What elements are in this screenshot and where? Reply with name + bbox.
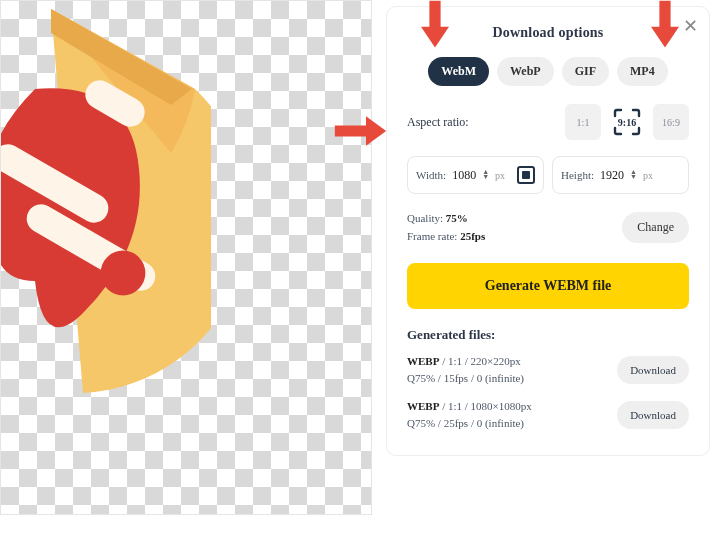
- download-button[interactable]: Download: [617, 356, 689, 384]
- format-tab-webm[interactable]: WebM: [428, 57, 489, 86]
- aspect-ratio-label: Aspect ratio:: [407, 115, 469, 130]
- format-tab-webp[interactable]: WebP: [497, 57, 554, 86]
- generated-file-row: WEBP / 1:1 / 220×220px Q75% / 15fps / 0 …: [407, 353, 689, 386]
- svg-point-3: [101, 251, 146, 296]
- download-button[interactable]: Download: [617, 401, 689, 429]
- annotation-arrow-down: [421, 0, 449, 50]
- aspect-ratio-options: 1:1 9:16 16:9: [565, 104, 689, 140]
- aspect-ratio-16-9[interactable]: 16:9: [653, 104, 689, 140]
- aspect-ratio-1-1[interactable]: 1:1: [565, 104, 601, 140]
- unit-label: px: [495, 170, 505, 181]
- stepper-icon[interactable]: ▲▼: [630, 170, 637, 180]
- aspect-ratio-9-16[interactable]: 9:16: [609, 104, 645, 140]
- format-tabs: WebM WebP GIF MP4: [407, 57, 689, 86]
- generated-file-row: WEBP / 1:1 / 1080×1080px Q75% / 25fps / …: [407, 398, 689, 431]
- stepper-icon[interactable]: ▲▼: [482, 170, 489, 180]
- width-input[interactable]: Width: 1080 ▲▼ px: [407, 156, 544, 194]
- format-tab-gif[interactable]: GIF: [562, 57, 609, 86]
- file-meta: WEBP / 1:1 / 220×220px Q75% / 15fps / 0 …: [407, 353, 524, 386]
- height-value: 1920: [600, 168, 624, 183]
- file-meta: WEBP / 1:1 / 1080×1080px Q75% / 25fps / …: [407, 398, 532, 431]
- aspect-ratio-row: Aspect ratio: 1:1 9:16 16:9: [407, 104, 689, 140]
- unit-label: px: [643, 170, 653, 181]
- height-label: Height:: [561, 169, 594, 181]
- quality-framerate-text: Quality: 75% Frame rate: 25fps: [407, 210, 485, 245]
- download-options-panel: ✕ Download options WebM WebP GIF MP4 Asp…: [386, 6, 710, 456]
- dimensions-row: Width: 1080 ▲▼ px Height: 1920 ▲▼ px: [407, 156, 689, 194]
- annotation-arrow-right: [333, 111, 388, 151]
- link-dimensions-toggle[interactable]: [517, 166, 535, 184]
- width-label: Width:: [416, 169, 446, 181]
- change-button[interactable]: Change: [622, 212, 689, 243]
- pizza-illustration: [0, 0, 211, 411]
- preview-canvas: [0, 0, 372, 515]
- format-tab-mp4[interactable]: MP4: [617, 57, 668, 86]
- close-icon[interactable]: ✕: [681, 17, 699, 35]
- generated-files-header: Generated files:: [407, 327, 689, 343]
- quality-framerate-row: Quality: 75% Frame rate: 25fps Change: [407, 210, 689, 245]
- height-input[interactable]: Height: 1920 ▲▼ px: [552, 156, 689, 194]
- width-value: 1080: [452, 168, 476, 183]
- generate-button[interactable]: Generate WEBM file: [407, 263, 689, 309]
- annotation-arrow-down: [651, 0, 679, 50]
- panel-title: Download options: [407, 25, 689, 41]
